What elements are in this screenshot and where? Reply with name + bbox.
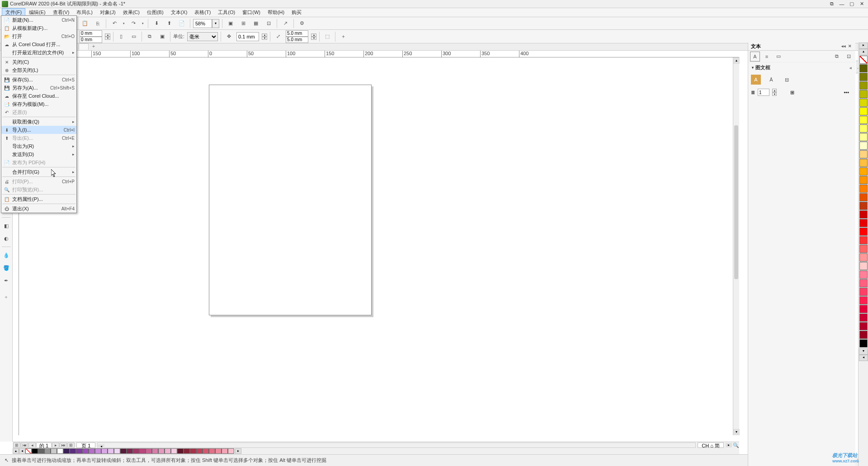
scroll-thumb[interactable] (734, 125, 738, 279)
export-icon[interactable]: ⬆ (164, 18, 175, 29)
menu-window[interactable]: 窗口(W) (239, 8, 264, 17)
menu-item[interactable]: ☁保存至 Corel Cloud... (1, 92, 76, 100)
outline-tool-icon[interactable]: ✒ (1, 275, 12, 286)
eyedropper-tool-icon[interactable]: 💧 (1, 250, 12, 261)
color-swatch[interactable] (859, 176, 868, 184)
y-input[interactable] (80, 37, 102, 43)
vertical-scrollbar[interactable]: ▴ ▾ (733, 57, 739, 435)
color-swatch[interactable] (859, 107, 868, 115)
color-swatch[interactable] (859, 236, 868, 244)
menu-item[interactable]: 📋从模板新建(F)... (1, 24, 76, 32)
portrait-icon[interactable]: ▯ (116, 32, 126, 42)
color-swatch[interactable] (184, 448, 190, 454)
paragraph-mode-icon[interactable]: ≡ (762, 52, 772, 62)
horizontal-scrollbar[interactable]: ◂ (97, 442, 696, 448)
dropshadow-tool-icon[interactable]: ◧ (1, 220, 12, 231)
color-swatch[interactable] (196, 448, 203, 454)
menu-item[interactable]: 💾保存(S)...Ctrl+S (1, 76, 76, 84)
no-color-swatch[interactable] (25, 448, 32, 454)
menu-item[interactable]: 获取图像(Q)▸ (1, 118, 76, 126)
color-swatch[interactable] (859, 202, 868, 210)
menu-help[interactable]: 帮助(H) (264, 8, 288, 17)
color-swatch[interactable] (63, 448, 70, 454)
color-swatch[interactable] (228, 448, 234, 454)
docker-popup-icon[interactable]: ⧉ (832, 52, 842, 62)
menu-item[interactable]: ✕关闭(C) (1, 58, 76, 66)
menu-tools[interactable]: 工具(O) (214, 8, 239, 17)
ime-indicator[interactable]: CH ⌂ 简 (698, 442, 724, 448)
menu-item[interactable]: ☁从 Corel Cloud 打开... (1, 40, 76, 48)
docker-collapse-icon[interactable]: ◂◂ (841, 44, 846, 49)
menu-item[interactable]: 📋文档属性(P)... (1, 195, 76, 203)
palette-menu-icon[interactable]: ▸ (859, 43, 868, 49)
navigator-icon[interactable]: 🔍 (733, 442, 739, 448)
color-swatch[interactable] (859, 262, 868, 270)
x-input[interactable] (80, 30, 102, 37)
color-swatch[interactable] (859, 142, 868, 150)
menu-item[interactable]: 合并打印(G)▸ (1, 168, 76, 176)
color-swatch[interactable] (859, 64, 868, 72)
color-swatch[interactable] (859, 73, 868, 81)
align-frame-icon[interactable]: ⊟ (782, 75, 792, 85)
color-swatch[interactable] (190, 448, 196, 454)
character-mode-icon[interactable]: A (750, 52, 760, 62)
first-page-icon[interactable]: ⏮ (21, 442, 28, 448)
color-swatch[interactable] (859, 322, 868, 330)
next-page-icon[interactable]: ▸ (52, 442, 59, 448)
color-swatch[interactable] (859, 253, 868, 262)
zoom-input[interactable] (193, 19, 212, 28)
current-page-icon[interactable]: ▣ (157, 32, 167, 42)
text-frame-icon[interactable]: A (751, 75, 761, 85)
zoom-dropdown-icon[interactable]: ▾ (212, 19, 219, 28)
palette-scroll-down-icon[interactable]: ▾ (859, 348, 868, 355)
color-swatch[interactable] (222, 448, 228, 454)
color-swatch[interactable] (859, 185, 868, 193)
menu-object[interactable]: 对象(J) (96, 8, 119, 17)
page-counter[interactable]: 的 1 (36, 442, 52, 448)
docker-section-header[interactable]: ▾ 图文框 ◂ (748, 62, 855, 73)
color-swatch[interactable] (57, 448, 63, 454)
menu-item[interactable]: ⏻退出(X)Alt+F4 (1, 204, 76, 213)
fit-text-icon[interactable]: Ā (766, 75, 776, 85)
color-swatch[interactable] (859, 193, 868, 201)
color-swatch[interactable] (203, 448, 209, 454)
color-swatch[interactable] (171, 448, 177, 454)
paste-icon[interactable]: 📋 (80, 18, 90, 29)
fill-tool-icon[interactable]: 🪣 (1, 262, 12, 273)
guidelines-icon[interactable]: ⊡ (263, 18, 274, 29)
color-swatch[interactable] (859, 133, 868, 141)
color-swatch[interactable] (120, 448, 127, 454)
color-swatch[interactable] (76, 448, 82, 454)
all-pages-icon[interactable]: ⧉ (145, 32, 155, 42)
color-swatch[interactable] (139, 448, 146, 454)
nudge-spinner[interactable]: ▴▾ (262, 33, 267, 40)
menu-bitmap[interactable]: 位图(B) (143, 8, 167, 17)
color-swatch[interactable] (859, 124, 868, 133)
horizontal-ruler[interactable]: 150 100 50 0 50 100 150 200 250 300 350 … (19, 51, 739, 57)
color-swatch[interactable] (32, 448, 38, 454)
undo-dropdown-icon[interactable]: ▾ (122, 18, 126, 29)
palette-left-icon[interactable]: ◂ (19, 448, 25, 454)
color-swatch[interactable] (859, 331, 868, 339)
menu-item[interactable]: 📂打开Ctrl+O (1, 32, 76, 40)
color-swatch[interactable] (114, 448, 120, 454)
color-swatch[interactable] (859, 219, 868, 227)
menu-effects[interactable]: 效果(C) (119, 8, 143, 17)
add-tool-icon[interactable]: ＋ (1, 291, 12, 302)
palette-up-icon[interactable]: ▴ (13, 448, 19, 454)
palette-right-icon[interactable]: ▸ (235, 448, 241, 454)
import-icon[interactable]: ⬇ (151, 18, 162, 29)
more-options-icon[interactable]: ••• (844, 90, 853, 95)
color-swatch[interactable] (165, 448, 171, 454)
menu-text[interactable]: 文本(X) (167, 8, 191, 17)
color-swatch[interactable] (101, 448, 108, 454)
color-swatch[interactable] (44, 448, 51, 454)
color-swatch[interactable] (859, 167, 868, 176)
color-swatch[interactable] (70, 448, 76, 454)
columns-input[interactable] (758, 89, 769, 96)
landscape-icon[interactable]: ▭ (129, 32, 139, 42)
menu-item[interactable]: ⬇导入(I)...Ctrl+I (1, 126, 76, 134)
color-swatch[interactable] (859, 314, 868, 322)
menu-item[interactable]: 打开最近用过的文件(R)▸ (1, 48, 76, 57)
menu-item[interactable]: 📄新建(N)...Ctrl+N (1, 16, 76, 24)
